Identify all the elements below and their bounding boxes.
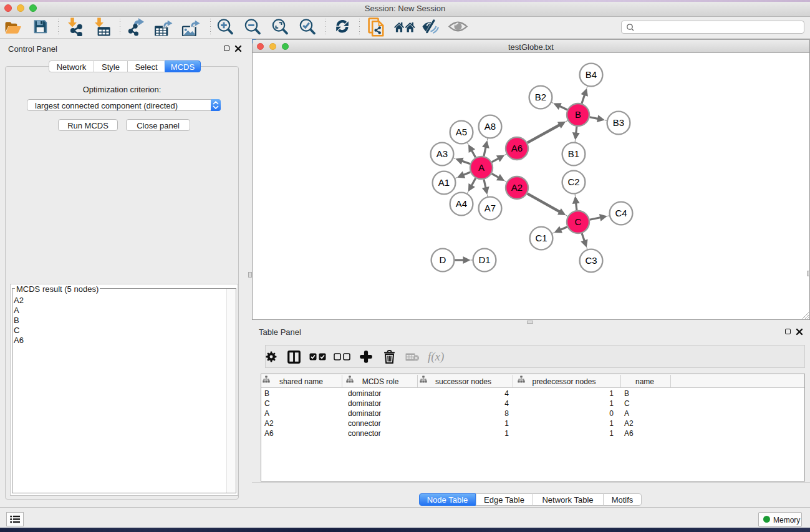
svg-text:B3: B3 [613,117,624,128]
svg-text:B4: B4 [586,69,597,80]
svg-text:A1: A1 [438,177,450,188]
svg-text:A8: A8 [485,121,496,132]
svg-text:C1: C1 [535,233,547,243]
svg-text:B2: B2 [535,92,546,102]
svg-text:C4: C4 [615,208,627,218]
svg-text:A2: A2 [511,182,523,193]
svg-text:C2: C2 [567,177,579,187]
svg-text:B: B [575,109,581,120]
svg-text:A3: A3 [436,148,448,159]
svg-text:A: A [478,162,485,173]
svg-text:A6: A6 [511,143,523,153]
svg-text:B1: B1 [568,148,579,159]
svg-text:C3: C3 [585,255,597,266]
svg-text:A4: A4 [456,198,467,209]
svg-text:C: C [575,216,582,227]
svg-text:D1: D1 [478,254,490,265]
svg-text:A7: A7 [485,203,496,213]
svg-text:A5: A5 [456,127,467,137]
svg-text:D: D [440,254,446,265]
